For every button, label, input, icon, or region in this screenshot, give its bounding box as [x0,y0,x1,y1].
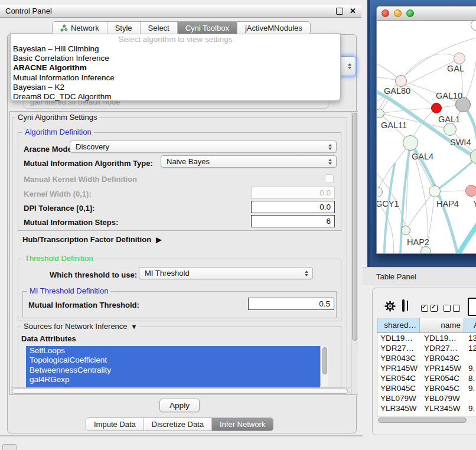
column-header-2[interactable]: A [464,318,476,333]
combo-arrows-icon [328,159,332,165]
network-window-titlebar[interactable] [377,6,476,21]
mi-algorithm-type-label: Mutual Information Algorithm Type: [24,159,153,168]
algorithm-option-basic-correlation-inference[interactable]: Basic Correlation Inference [11,54,340,63]
deselect-all-icon[interactable] [444,304,462,314]
table-header-row: shared…nameA [377,318,476,333]
dropdown-placeholder: Select algorithm to view settings [11,35,340,44]
combo-arrows-icon [305,270,308,276]
mi-steps-field[interactable]: 6 [251,215,335,227]
attribute-option[interactable]: BetweennessCentrality [26,366,320,375]
tab-discretize-data[interactable]: Discretize Data [144,418,211,431]
network-view-window[interactable]: GALGAL80GAL10GAL1GAL11GAL4SWI4GCY1HAP4YH… [376,6,476,254]
which-threshold-select[interactable]: MI Threshold [139,267,313,279]
table-row[interactable]: YDR27…YDR27…12 [377,343,476,353]
table-row[interactable]: YER054CYER054C8. [377,373,476,383]
tab-impute-data[interactable]: Impute Data [86,418,144,431]
network-node-hap4[interactable] [429,185,441,197]
network-icon [60,24,68,32]
tab-network[interactable]: Network [53,22,107,34]
table-row[interactable]: YPR145WYPR145W9. [377,363,476,373]
tab-select[interactable]: Select [140,22,177,34]
dpi-tolerance-field[interactable]: 0.0 [251,201,335,213]
scrollbar-thumb[interactable] [12,389,348,394]
attribute-option[interactable]: gal4RGexp [26,375,320,384]
select-all-icon[interactable] [421,304,440,314]
control-panel-titlebar[interactable]: Control Panel [0,5,361,18]
aracne-mode-label: Aracne Mode: [24,145,74,154]
scrollbar-thumb[interactable] [378,418,467,423]
table-row[interactable]: YLR345WYLR345W9. [377,403,476,413]
cyni-settings-title: Cyni Algorithm Settings [15,113,99,122]
minimize-window-icon[interactable] [394,9,402,17]
close-panel-icon[interactable] [350,8,356,14]
node-label: SWI4 [450,138,471,147]
network-node-gal1[interactable] [444,123,457,136]
settings-horizontal-scrollbar[interactable] [11,387,350,394]
column-header-1[interactable]: name [420,318,464,333]
node-label: GAL80 [384,86,410,96]
table-cell: YER054C [420,373,464,383]
apply-button[interactable]: Apply [159,399,200,412]
scrollbar-thumb[interactable] [352,113,357,341]
table-row[interactable]: YBR043CYBR043C [377,353,476,363]
algorithm-option-mutual-information-inference[interactable]: Mutual Information Inference [11,73,340,83]
network-node-hap2[interactable] [401,226,410,235]
attributes-scrollbar[interactable] [320,346,328,386]
tab-label: Discretize Data [152,420,204,429]
column-header-0[interactable]: shared… [377,318,420,333]
table-row[interactable]: YBL079WYBL079W [377,393,476,403]
tab-jactivemnodules[interactable]: jActiveMNodules [237,22,310,34]
table-horizontal-scrollbar[interactable] [377,416,476,424]
table-cell: YPR145W [377,363,420,373]
manual-kernel-checkbox[interactable] [325,174,334,183]
tab-infer-network[interactable]: Infer Network [211,418,273,431]
algorithm-option-dream8-dc-tdc-algorithm[interactable]: Dream8 DC_TDC Algorithm [11,92,340,102]
network-node[interactable] [420,246,431,254]
gear-icon[interactable] [384,301,396,314]
algorithm-option-bayesian-k2[interactable]: Bayesian – K2 [11,83,340,92]
table-cell: YLR345W [377,403,420,413]
minimized-panel-icon[interactable] [2,444,17,450]
table-cell: YLR345W [420,403,464,413]
network-node[interactable] [431,103,442,113]
bottom-tab-bar: Impute DataDiscretize DataInfer Network [86,418,273,431]
network-node-gal4[interactable] [403,135,418,151]
float-panel-icon[interactable] [336,8,343,15]
mi-steps-label: Mutual Information Steps: [24,219,118,227]
tab-cyni-toolbox[interactable]: Cyni Toolbox [177,22,237,34]
sources-collapse-toggle[interactable]: Sources for Network Inference [21,322,139,331]
new-table-icon[interactable] [468,298,476,316]
table-cell: 12 [464,343,476,353]
network-canvas[interactable]: GALGAL80GAL10GAL1GAL11GAL4SWI4GCY1HAP4YH… [377,21,476,254]
aracne-mode-select[interactable]: Discovery [70,141,337,153]
mi-algorithm-type-value: Naive Bayes [167,157,210,166]
table-panel-title: Table Panel [376,272,416,281]
scrollbar-thumb[interactable] [322,347,327,374]
hub-definition-expander[interactable]: Hub/Transcription Factor Definition [22,236,161,244]
algorithm-dropdown-popup: Select algorithm to view settings Bayesi… [10,33,341,101]
kernel-width-field[interactable]: 0.0 [251,187,335,199]
table-cell: YBL079W [420,393,464,403]
mi-threshold-field[interactable]: 0.5 [248,298,334,310]
table-row[interactable]: YDL19…YDL19…13 [377,333,476,343]
attribute-option[interactable]: SelfLoops [26,346,320,356]
network-node-gal[interactable] [454,53,465,64]
table-cell: YDR27… [420,343,464,353]
node-label: GAL [447,64,464,73]
tab-label: Impute Data [94,420,136,429]
mi-algorithm-type-select[interactable]: Naive Bayes [161,155,337,168]
zoom-window-icon[interactable] [406,9,414,17]
algorithm-option-bayesian-hill-climbing[interactable]: Bayesian – Hill Climbing [11,44,340,54]
settings-vertical-scrollbar[interactable] [351,112,358,394]
close-window-icon[interactable] [382,9,389,17]
algorithm-option-aracne-algorithm[interactable]: ARACNE Algorithm [11,63,340,73]
network-node-y[interactable] [465,185,476,197]
table-panel-box: shared…nameA YDL19…YDL19…13YDR27…YDR27…1… [372,288,476,435]
network-node-gal80[interactable] [395,75,407,87]
combo-arrows-icon [348,63,351,69]
split-columns-icon[interactable] [402,299,405,312]
table-row[interactable]: YBR045CYBR045C9. [377,383,476,393]
algorithm-combo-fragment[interactable] [338,56,356,76]
attribute-option[interactable]: TopologicalCoefficient [26,356,320,365]
tab-style[interactable]: Style [107,22,140,34]
